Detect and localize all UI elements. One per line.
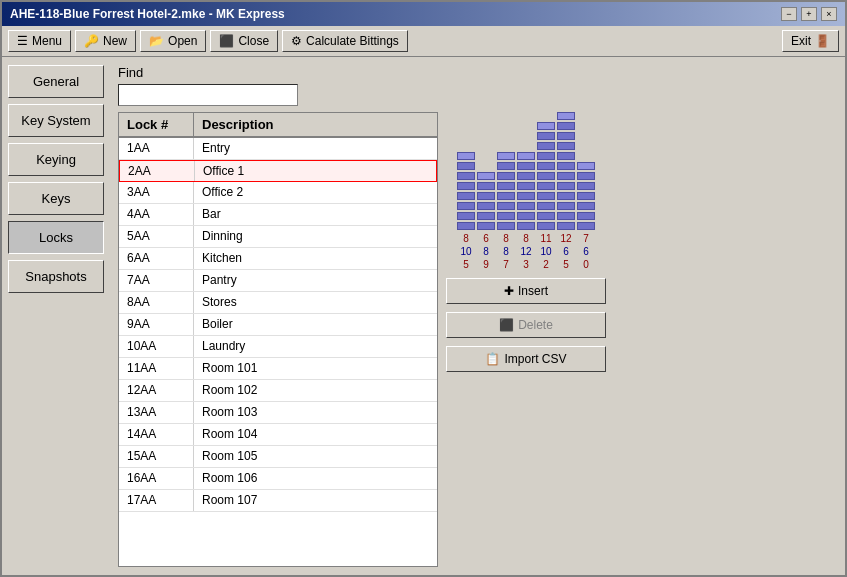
find-input[interactable] xyxy=(118,84,298,106)
cell-lock: 15AA xyxy=(119,446,194,467)
cell-lock: 12AA xyxy=(119,380,194,401)
new-label: New xyxy=(103,34,127,48)
menu-button[interactable]: ☰ Menu xyxy=(8,30,71,52)
cell-lock: 8AA xyxy=(119,292,194,313)
calculate-icon: ⚙ xyxy=(291,34,302,48)
pin-numbers-row: 5973250 xyxy=(446,259,606,270)
sidebar-locks-label: Locks xyxy=(39,230,73,245)
close-doc-icon: ⬛ xyxy=(219,34,234,48)
window-close-button[interactable]: × xyxy=(821,7,837,21)
pin-number: 10 xyxy=(537,246,555,257)
pin-col xyxy=(457,116,475,231)
pin-col xyxy=(557,112,575,231)
cell-desc: Room 104 xyxy=(194,424,437,445)
pin-col xyxy=(497,116,515,231)
delete-label: Delete xyxy=(518,318,553,332)
pin-col xyxy=(517,116,535,231)
pin-number: 5 xyxy=(557,259,575,270)
minimize-button[interactable]: − xyxy=(781,7,797,21)
pin-number: 10 xyxy=(457,246,475,257)
cell-lock: 10AA xyxy=(119,336,194,357)
cell-desc: Room 101 xyxy=(194,358,437,379)
cell-lock: 5AA xyxy=(119,226,194,247)
sidebar-item-snapshots[interactable]: Snapshots xyxy=(8,260,104,293)
table-row[interactable]: 11AA Room 101 xyxy=(119,358,437,380)
delete-button[interactable]: ⬛ Delete xyxy=(446,312,606,338)
table-row[interactable]: 15AA Room 105 xyxy=(119,446,437,468)
cell-desc: Dinning xyxy=(194,226,437,247)
table-row[interactable]: 3AA Office 2 xyxy=(119,182,437,204)
pin-number: 8 xyxy=(457,233,475,244)
pin-number: 6 xyxy=(557,246,575,257)
maximize-button[interactable]: + xyxy=(801,7,817,21)
table-body[interactable]: 1AA Entry 2AA Office 1 3AA Office 2 4AA … xyxy=(119,138,437,566)
cell-desc: Pantry xyxy=(194,270,437,291)
pin-number: 0 xyxy=(577,259,595,270)
table-row[interactable]: 2AA Office 1 xyxy=(119,160,437,182)
open-button[interactable]: 📂 Open xyxy=(140,30,206,52)
exit-button[interactable]: Exit 🚪 xyxy=(782,30,839,52)
table-row[interactable]: 1AA Entry xyxy=(119,138,437,160)
cell-desc: Stores xyxy=(194,292,437,313)
pin-number: 8 xyxy=(497,246,515,257)
main-area: Find Lock # Description 1AA Entry 2AA Of… xyxy=(110,57,845,575)
table-row[interactable]: 17AA Room 107 xyxy=(119,490,437,512)
delete-icon: ⬛ xyxy=(499,318,514,332)
pin-number: 12 xyxy=(517,246,535,257)
cell-desc: Room 105 xyxy=(194,446,437,467)
col-lock-header: Lock # xyxy=(119,113,194,136)
calculate-label: Calculate Bittings xyxy=(306,34,399,48)
table-row[interactable]: 4AA Bar xyxy=(119,204,437,226)
pin-col xyxy=(537,113,555,231)
pin-visual: 86881112710881210665973250 xyxy=(446,112,606,270)
sidebar-item-key-system[interactable]: Key System xyxy=(8,104,104,137)
table-row[interactable]: 6AA Kitchen xyxy=(119,248,437,270)
table-row[interactable]: 9AA Boiler xyxy=(119,314,437,336)
table-row[interactable]: 14AA Room 104 xyxy=(119,424,437,446)
cell-lock: 17AA xyxy=(119,490,194,511)
open-label: Open xyxy=(168,34,197,48)
import-csv-button[interactable]: 📋 Import CSV xyxy=(446,346,606,372)
table-row[interactable]: 8AA Stores xyxy=(119,292,437,314)
table-row[interactable]: 10AA Laundry xyxy=(119,336,437,358)
pin-number: 2 xyxy=(537,259,555,270)
sidebar-item-locks[interactable]: Locks xyxy=(8,221,104,254)
cell-desc: Office 1 xyxy=(195,161,436,181)
import-label: Import CSV xyxy=(504,352,566,366)
cell-desc: Entry xyxy=(194,138,437,159)
main-window: AHE-118-Blue Forrest Hotel-2.mke - MK Ex… xyxy=(0,0,847,577)
cell-desc: Office 2 xyxy=(194,182,437,203)
pin-number: 9 xyxy=(477,259,495,270)
sidebar: General Key System Keying Keys Locks Sna… xyxy=(2,57,110,575)
toolbar: ☰ Menu 🔑 New 📂 Open ⬛ Close ⚙ Calculate … xyxy=(2,26,845,57)
sidebar-item-keying[interactable]: Keying xyxy=(8,143,104,176)
cell-lock: 6AA xyxy=(119,248,194,269)
close-doc-label: Close xyxy=(238,34,269,48)
import-icon: 📋 xyxy=(485,352,500,366)
pin-number: 6 xyxy=(477,233,495,244)
table-row[interactable]: 16AA Room 106 xyxy=(119,468,437,490)
pin-number: 7 xyxy=(497,259,515,270)
pin-number: 7 xyxy=(577,233,595,244)
insert-label: Insert xyxy=(518,284,548,298)
close-doc-button[interactable]: ⬛ Close xyxy=(210,30,278,52)
table-row[interactable]: 13AA Room 103 xyxy=(119,402,437,424)
cell-desc: Room 102 xyxy=(194,380,437,401)
insert-button[interactable]: ✚ Insert xyxy=(446,278,606,304)
cell-desc: Room 106 xyxy=(194,468,437,489)
pin-number: 8 xyxy=(497,233,515,244)
calculate-button[interactable]: ⚙ Calculate Bittings xyxy=(282,30,408,52)
cell-lock: 2AA xyxy=(120,161,195,181)
pin-number: 6 xyxy=(577,246,595,257)
find-section: Find xyxy=(118,65,837,106)
cell-desc: Room 103 xyxy=(194,402,437,423)
new-button[interactable]: 🔑 New xyxy=(75,30,136,52)
cell-lock: 3AA xyxy=(119,182,194,203)
sidebar-item-general[interactable]: General xyxy=(8,65,104,98)
sidebar-item-keys[interactable]: Keys xyxy=(8,182,104,215)
table-row[interactable]: 5AA Dinning xyxy=(119,226,437,248)
pin-number: 5 xyxy=(457,259,475,270)
table-row[interactable]: 12AA Room 102 xyxy=(119,380,437,402)
exit-label: Exit xyxy=(791,34,811,48)
table-row[interactable]: 7AA Pantry xyxy=(119,270,437,292)
